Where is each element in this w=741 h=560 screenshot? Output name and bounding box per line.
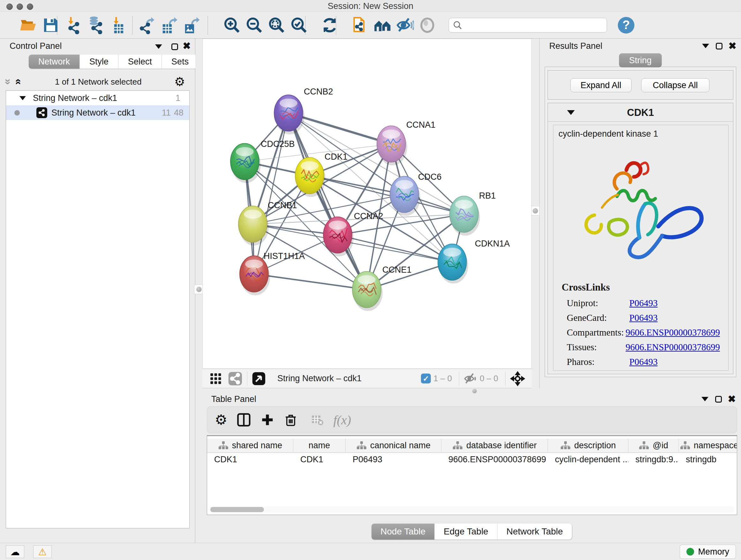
column-header-description[interactable]: description [548, 439, 628, 452]
table-cell[interactable]: CDK1 [207, 453, 293, 466]
detach-view-button[interactable] [252, 372, 266, 386]
control-panel-float-button[interactable] [169, 41, 180, 52]
birds-eye-view-button[interactable] [209, 372, 222, 385]
home-button[interactable] [362, 15, 385, 36]
crosslink-link[interactable]: P06493 [629, 357, 658, 367]
memory-button[interactable]: Memory [680, 545, 736, 559]
selected-checkbox-icon[interactable]: ✓ [421, 374, 431, 383]
show-columns-button[interactable] [237, 413, 251, 427]
table-cell[interactable]: cyclin-dependent ... [548, 453, 628, 466]
tab-sets[interactable]: Sets [162, 55, 198, 69]
results-panel-close-button[interactable]: ✖ [727, 41, 738, 51]
table-panel-float-button[interactable] [713, 394, 724, 405]
results-panel-float-button[interactable] [714, 41, 724, 51]
table-row[interactable]: CDK1CDK1P064939606.ENSP00000378699cyclin… [207, 453, 737, 466]
node-label-cdc6: CDC6 [418, 172, 442, 182]
gene-name: CDK1 [548, 107, 733, 118]
tab-network-table[interactable]: Network Table [497, 523, 572, 540]
column-header-namespace[interactable]: namespace [679, 439, 737, 452]
zoom-selected-button[interactable] [279, 15, 301, 36]
node-label-ccna1: CCNA1 [406, 120, 435, 130]
right-splitter[interactable] [532, 39, 539, 388]
network-collection-row[interactable]: String Network – cdk1 1 [6, 91, 189, 105]
network-canvas[interactable]: CCNB2CCNA1CDC25BCDK1CDC6RB1CCNB1CCNA2CDK… [202, 39, 532, 369]
tab-edge-table[interactable]: Edge Table [434, 523, 497, 540]
gear-icon[interactable]: ⚙ [174, 76, 185, 88]
expand-all-button[interactable]: Expand All [570, 78, 631, 92]
column-header-canonical-name[interactable]: canonical name [346, 439, 441, 452]
export-network-button[interactable] [137, 15, 159, 36]
delete-columns-button[interactable] [284, 413, 297, 427]
cloud-status-button[interactable]: ☁ [6, 545, 24, 558]
plus-icon [260, 413, 274, 427]
help-button[interactable]: ? [618, 17, 634, 34]
fit-content-button[interactable] [510, 371, 525, 386]
scrollbar-thumb[interactable] [210, 507, 264, 512]
collapse-all-icon[interactable]: » [3, 79, 14, 85]
table-cell[interactable]: P06493 [346, 453, 441, 466]
zoom-in-button[interactable] [212, 15, 234, 36]
expand-all-icon[interactable]: « [14, 79, 24, 85]
table-panel-title: Table Panel [211, 394, 256, 404]
splitter-dot-icon [533, 208, 538, 213]
hide-display-button[interactable] [385, 15, 407, 36]
open-session-button[interactable] [8, 15, 30, 36]
table-panel-menu-button[interactable] [699, 394, 711, 405]
warnings-button[interactable]: ⚠ [33, 545, 52, 558]
control-panel-close-button[interactable]: ✖ [181, 41, 192, 51]
create-column-button[interactable] [260, 413, 274, 427]
horizontal-splitter[interactable] [202, 388, 741, 394]
search-input[interactable] [462, 20, 607, 30]
import-network-from-database-button[interactable] [84, 15, 106, 36]
control-panel-menu-button[interactable] [153, 41, 164, 52]
tab-style[interactable]: Style [80, 55, 118, 69]
chevron-down-icon [702, 44, 709, 48]
show-display-button[interactable] [407, 15, 429, 36]
cloud-icon: ☁ [10, 546, 20, 557]
zoom-out-button[interactable] [234, 15, 257, 36]
expand-collapse-box: Expand All Collapse All [548, 70, 733, 100]
column-header-name[interactable]: name [293, 439, 346, 452]
zoom-fit-button[interactable] [257, 15, 279, 36]
table-options-button[interactable]: ⚙ [215, 413, 227, 427]
function-builder-button[interactable]: f(x) [333, 413, 351, 428]
crosslink-link[interactable]: 9606.ENSP00000378699 [625, 342, 720, 353]
column-header-shared-name[interactable]: shared name [207, 439, 293, 452]
tab-node-table[interactable]: Node Table [372, 523, 434, 540]
column-header-database-identifier[interactable]: database identifier [441, 439, 548, 452]
gene-entry-header[interactable]: CDK1 [548, 103, 733, 122]
string-network-graph[interactable]: CCNB2CCNA1CDC25BCDK1CDC6RB1CCNB1CCNA2CDK… [203, 39, 531, 368]
tab-network[interactable]: Network [29, 55, 80, 69]
save-session-button[interactable] [30, 15, 53, 36]
import-network-button[interactable] [61, 15, 84, 36]
share-document-button[interactable] [340, 15, 362, 36]
string-results-container: Expand All Collapse All CDK1 cyclin-depe… [545, 67, 736, 377]
table-cell[interactable]: CDK1 [293, 453, 346, 466]
network-overview-button[interactable] [228, 371, 243, 386]
table-panel-close-button[interactable]: ✖ [726, 394, 737, 405]
table-horizontal-scrollbar[interactable] [208, 506, 735, 513]
tree-collapse-icon[interactable] [19, 96, 26, 100]
table-cell[interactable]: stringdb:9... [628, 453, 679, 466]
column-header--id[interactable]: @id [628, 439, 679, 452]
right-splitter-handle[interactable] [530, 206, 540, 215]
export-table-button[interactable] [159, 15, 181, 36]
tab-select[interactable]: Select [118, 55, 162, 69]
network-view-row[interactable]: String Network – cdk1 11 48 [6, 105, 189, 120]
table-cell[interactable]: stringdb [679, 453, 737, 466]
crosslink-link[interactable]: P06493 [629, 313, 658, 323]
import-table-button[interactable] [106, 15, 128, 36]
float-icon [172, 44, 178, 50]
float-icon [716, 43, 723, 50]
node-label-cdc25b: CDC25B [261, 139, 295, 149]
collapse-all-button[interactable]: Collapse All [641, 78, 710, 92]
table-cell[interactable]: 9606.ENSP00000378699 [441, 453, 548, 466]
left-splitter[interactable] [195, 39, 202, 388]
results-panel-menu-button[interactable] [700, 41, 711, 51]
tab-string[interactable]: String [619, 53, 662, 67]
export-image-button[interactable] [181, 15, 204, 36]
crosslink-link[interactable]: P06493 [629, 298, 658, 308]
refresh-layout-button[interactable] [310, 15, 332, 36]
crosslink-link[interactable]: 9606.ENSP00000378699 [625, 327, 720, 338]
delete-table-button[interactable] [311, 414, 324, 426]
